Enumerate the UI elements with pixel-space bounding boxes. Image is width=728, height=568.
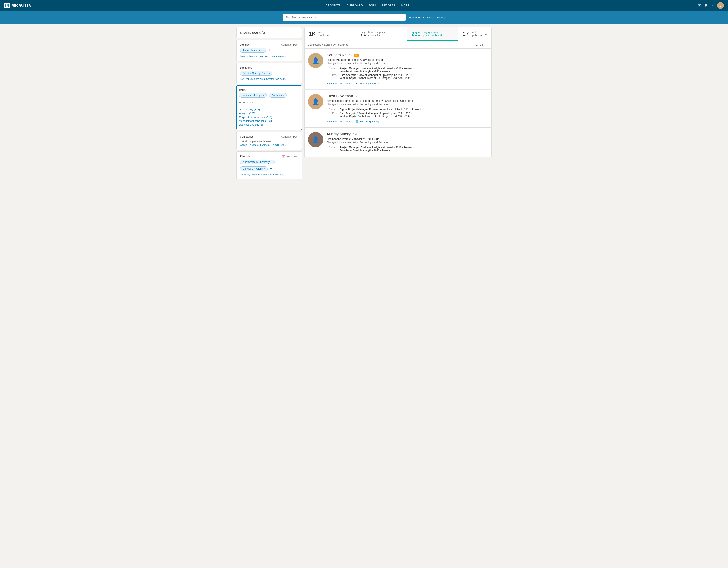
candidate-card: 👤 Kenneth Rai 1st in Project Manager, Bu… xyxy=(304,49,492,89)
remove-northwestern-tag[interactable]: × xyxy=(271,161,272,163)
showing-results-label: Showing results for xyxy=(240,31,265,34)
education-section: Education 📅 Any to 2012 Northwestern Uni… xyxy=(236,151,302,179)
companies-label: Companies Current or Past xyxy=(240,135,298,138)
sidebar-showing-header: Showing results for ··· xyxy=(240,31,298,34)
search-input-wrapper: 🔍 xyxy=(283,14,406,21)
kenneth-shared-connections[interactable]: 2 Shared connections xyxy=(327,82,351,85)
total-candidates-tab[interactable]: 1K total candidates xyxy=(305,27,356,41)
past-applicants-tab[interactable]: 27 past applicants ⌄ xyxy=(458,27,491,41)
locations-label: Locations xyxy=(240,66,298,69)
top-navigation: in RECRUITER PROJECTS CLIPBOARD JOBS REP… xyxy=(0,0,728,11)
ellen-location: Chicago, Illinois - Information Technolo… xyxy=(327,103,488,106)
kenneth-location: Chicago, Illinois - Information Technolo… xyxy=(327,62,488,65)
skill-suggestion-0[interactable]: Market entry (123) xyxy=(239,108,299,111)
history-link[interactable]: History xyxy=(436,16,445,19)
remove-analytics-tag[interactable]: × xyxy=(283,94,284,96)
project-manager-tag[interactable]: Project Manager × xyxy=(240,48,266,53)
add-education-button[interactable]: + xyxy=(270,167,272,170)
analytics-tag[interactable]: Analytics × xyxy=(269,93,287,97)
mail-icon[interactable]: ✉ xyxy=(698,3,701,8)
list-icon[interactable]: ≡ xyxy=(711,3,714,8)
skill-suggestion-2[interactable]: Corporate development (176) xyxy=(239,116,299,119)
nav-projects[interactable]: PROJECTS xyxy=(326,4,341,7)
ellen-info: Ellen Silverman 3rd Senior Project Manag… xyxy=(327,94,488,123)
remove-business-strategy-tag[interactable]: × xyxy=(263,94,264,96)
job-title-filter[interactable]: Current or Past xyxy=(281,43,298,46)
ellen-shared-connections[interactable]: 5 Shared connections xyxy=(327,120,351,123)
linkedin-logo-box: in xyxy=(4,3,10,8)
ellen-past: Past Data Analysis / Project Manager at … xyxy=(327,112,488,118)
results-pages: 1 - 25 xyxy=(476,43,488,46)
globe-icon: 🌐 xyxy=(355,120,359,123)
nav-links: PROJECTS CLIPBOARD JOBS REPORTS MORE xyxy=(37,4,698,7)
past-applicants-number: 27 xyxy=(463,31,469,37)
job-title-section: Job title Current or Past Project Manage… xyxy=(236,40,302,61)
kenneth-connections: 2 Shared connections ⚑ Company follower xyxy=(327,82,488,85)
skill-input[interactable] xyxy=(239,100,299,105)
education-suggestion[interactable]: University of Illinois at Urbana-Champai… xyxy=(240,173,298,176)
companies-filter[interactable]: Current or Past xyxy=(281,135,298,138)
nav-jobs[interactable]: JOBS xyxy=(369,4,376,7)
company-connections-label: have company connections xyxy=(368,31,385,37)
companies-section: Companies Current or Past +Add companies… xyxy=(236,132,302,150)
separator: • xyxy=(423,16,424,19)
skill-suggestion-4[interactable]: Business strategy (89) xyxy=(239,123,299,126)
nav-reports[interactable]: REPORTS xyxy=(382,4,395,7)
aubrey-avatar[interactable]: 👤 xyxy=(308,132,323,147)
sidebar: Showing results for ··· Job title Curren… xyxy=(236,27,302,181)
talent-brand-tab[interactable]: 230 engaged with your talent brand xyxy=(407,27,458,41)
kenneth-linkedin-badge: in xyxy=(354,53,359,57)
search-input[interactable] xyxy=(291,16,403,19)
search-options: Advanced • Saved / History xyxy=(409,16,445,19)
ellen-avatar[interactable]: 👤 xyxy=(308,94,323,109)
search-icon: 🔍 xyxy=(286,16,290,19)
user-avatar[interactable]: U xyxy=(717,2,724,9)
stats-tabs: 1K total candidates 71 have company conn… xyxy=(304,27,492,41)
kenneth-avatar[interactable]: 👤 xyxy=(308,53,323,68)
remove-depaul-tag[interactable]: × xyxy=(264,167,265,170)
ellen-current: Current Digital Project Manager, Busines… xyxy=(327,108,488,111)
depaul-tag[interactable]: DePaul University × xyxy=(240,166,268,171)
ellen-recruiting-activity[interactable]: 🌐 Recruiting activity xyxy=(355,120,379,123)
past-applicants-label: past applicants xyxy=(471,31,482,37)
add-location-button[interactable]: + xyxy=(274,71,276,75)
select-all-checkbox[interactable] xyxy=(485,43,488,46)
total-candidates-number: 1K xyxy=(309,31,316,37)
remove-project-manager-tag[interactable]: × xyxy=(263,49,264,52)
talent-brand-label: engaged with your talent brand xyxy=(423,31,442,37)
business-strategy-tag[interactable]: Business strategy × xyxy=(239,93,267,97)
add-companies-button[interactable]: +Add companies or boolean xyxy=(240,140,298,143)
education-tags: Northwestern University × xyxy=(240,160,298,165)
education-filter[interactable]: 📅 Any to 2012 xyxy=(282,155,298,158)
candidate-list: 👤 Kenneth Rai 1st in Project Manager, Bu… xyxy=(304,49,492,157)
aubrey-degree: 2nd xyxy=(352,133,357,136)
kenneth-past: Past Data Analysis / Project Manager at … xyxy=(327,74,488,79)
companies-links[interactable]: Google, Facebook, Evernote, LinkedIn, Oc… xyxy=(240,144,298,146)
flag-icon[interactable]: ⚑ xyxy=(705,3,708,8)
location-tags: Greater Chicago Area × + xyxy=(240,71,298,76)
company-connections-tab[interactable]: 71 have company connections xyxy=(356,27,407,41)
advanced-link[interactable]: Advanced xyxy=(409,16,421,19)
saved-link[interactable]: Saved / xyxy=(426,16,436,19)
talent-brand-number: 230 xyxy=(411,31,420,37)
chicago-tag[interactable]: Greater Chicago Area × xyxy=(240,71,272,75)
skill-suggestion-1[interactable]: Analysis (100) xyxy=(239,112,299,115)
aubrey-title: Engineering Project Manager at Trunk Clu… xyxy=(327,137,488,140)
ellen-name: Ellen Silverman 3rd xyxy=(327,94,488,98)
skill-suggestion-3[interactable]: Management consulting (103) xyxy=(239,119,299,122)
job-title-suggestion[interactable]: Technical program manager, Program mana.… xyxy=(240,55,298,57)
candidate-card: 👤 Aubrey Macky 2nd Engineering Project M… xyxy=(304,128,492,157)
locations-section: Locations Greater Chicago Area × + San F… xyxy=(236,63,302,84)
location-suggestion[interactable]: San Francisco Bay Area, Greater New York… xyxy=(240,78,298,80)
kenneth-company-follower[interactable]: ⚑ Company follower xyxy=(355,82,379,85)
logo[interactable]: in RECRUITER xyxy=(4,3,31,8)
expand-icon[interactable]: ⌄ xyxy=(484,32,487,36)
nav-more[interactable]: MORE xyxy=(401,4,409,7)
remove-chicago-tag[interactable]: × xyxy=(268,72,270,74)
northwestern-tag[interactable]: Northwestern University × xyxy=(240,160,275,164)
ellen-degree: 3rd xyxy=(355,95,358,98)
nav-clipboard[interactable]: CLIPBOARD xyxy=(347,4,363,7)
results-panel: 1K total candidates 71 have company conn… xyxy=(304,27,492,181)
more-options-button[interactable]: ··· xyxy=(296,31,298,34)
add-job-title-button[interactable]: + xyxy=(268,48,270,52)
